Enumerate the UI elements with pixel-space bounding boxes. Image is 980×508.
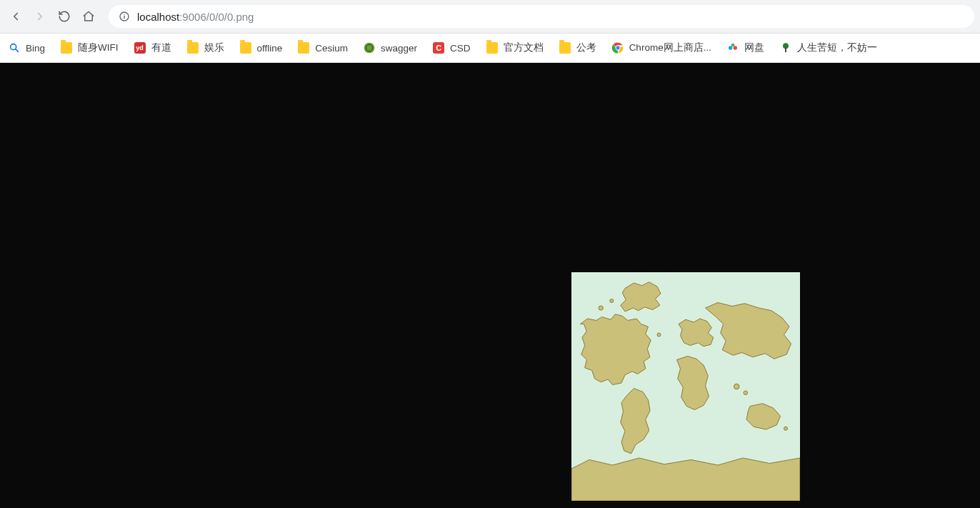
bookmarks-bar: Bing 随身WIFI yd 有道 娱乐 offline Cesium swag… — [0, 34, 980, 63]
svg-point-21 — [784, 427, 788, 430]
browser-toolbar: localhost:9006/0/0/0.png — [0, 0, 980, 34]
bookmark-label: Chrome网上商店... — [629, 41, 711, 54]
bookmark-exam[interactable]: 公考 — [559, 41, 596, 54]
bookmark-label: 娱乐 — [204, 41, 224, 54]
bookmark-offline[interactable]: offline — [240, 42, 283, 54]
bookmark-cesium[interactable]: Cesium — [298, 42, 348, 54]
folder-icon — [187, 42, 199, 54]
reload-button[interactable] — [54, 6, 74, 26]
bookmark-swagger[interactable]: swagger — [364, 42, 417, 54]
home-button[interactable] — [79, 6, 99, 26]
bookmark-label: 人生苦短，不妨一 — [797, 41, 877, 54]
chrome-icon — [612, 42, 624, 54]
folder-icon — [559, 42, 571, 54]
tree-icon — [780, 42, 791, 54]
bookmark-label: swagger — [381, 43, 417, 54]
csdn-icon: C — [433, 42, 444, 54]
bookmark-label: CSD — [450, 43, 471, 54]
netdisk-icon — [727, 42, 739, 54]
page-content — [0, 63, 980, 508]
svg-point-16 — [734, 384, 740, 389]
svg-point-20 — [610, 299, 614, 303]
map-tile-image — [571, 272, 800, 501]
bookmark-entertainment[interactable]: 娱乐 — [187, 41, 224, 54]
bookmark-label: Bing — [26, 43, 45, 54]
folder-icon — [61, 42, 72, 54]
bookmark-wifi[interactable]: 随身WIFI — [61, 41, 119, 54]
bookmark-netdisk[interactable]: 网盘 — [727, 41, 764, 54]
back-button[interactable] — [6, 6, 26, 26]
bookmark-life[interactable]: 人生苦短，不妨一 — [780, 41, 877, 54]
svg-rect-14 — [785, 48, 786, 52]
bookmark-csdn[interactable]: C CSD — [433, 42, 471, 54]
svg-point-17 — [744, 391, 748, 395]
bookmark-label: Cesium — [315, 43, 348, 54]
folder-icon — [486, 42, 498, 54]
bookmark-bing[interactable]: Bing — [9, 42, 45, 54]
bookmark-label: offline — [257, 43, 283, 54]
bookmark-label: 网盘 — [744, 41, 764, 54]
address-bar[interactable]: localhost:9006/0/0/0.png — [109, 5, 974, 28]
youdao-icon: yd — [134, 42, 146, 54]
forward-button[interactable] — [30, 6, 50, 26]
bookmark-youdao[interactable]: yd 有道 — [134, 41, 171, 54]
bookmark-label: 有道 — [151, 41, 171, 54]
bookmark-label: 官方文档 — [504, 41, 544, 54]
folder-icon — [298, 42, 309, 54]
bookmark-label: 随身WIFI — [78, 41, 119, 54]
svg-line-4 — [16, 49, 19, 52]
svg-point-12 — [731, 44, 735, 47]
search-icon — [9, 42, 20, 54]
svg-point-10 — [729, 46, 732, 49]
bookmark-chrome-store[interactable]: Chrome网上商店... — [612, 41, 711, 54]
url-text: localhost:9006/0/0/0.png — [137, 11, 254, 23]
svg-point-19 — [599, 306, 603, 310]
svg-point-11 — [734, 46, 737, 49]
svg-point-18 — [657, 333, 661, 337]
bookmark-label: 公考 — [576, 41, 596, 54]
swagger-icon — [364, 42, 375, 54]
site-info-icon[interactable] — [119, 11, 130, 22]
folder-icon — [240, 42, 251, 54]
bookmark-docs[interactable]: 官方文档 — [486, 41, 544, 54]
